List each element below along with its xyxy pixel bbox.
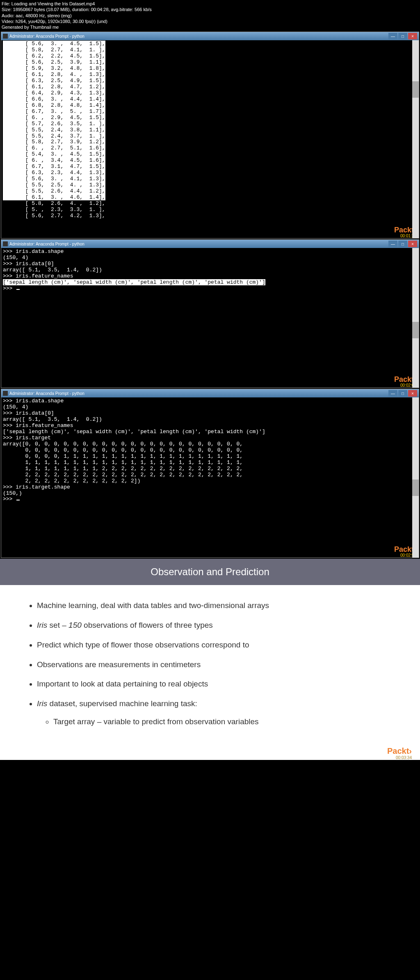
cmd-data0: >>> iris.data[0] — [3, 261, 54, 267]
out-features: ['sepal length (cm)', 'sepal width (cm)'… — [3, 429, 265, 435]
audio-info: Audio: aac, 48000 Hz, stereo (eng) — [2, 13, 418, 18]
window-controls: — □ × — [388, 241, 417, 247]
prompt: >>> — [3, 285, 16, 291]
presentation-slide: Observation and Prediction Machine learn… — [0, 559, 420, 760]
file-name: File: Loading and Viewing the Iris Datas… — [2, 1, 418, 7]
scrollbar[interactable] — [412, 397, 419, 558]
terminal-window-2: Administrator: Anaconda Prompt - python … — [1, 239, 419, 388]
titlebar-text: Administrator: Anaconda Prompt - python — [9, 391, 388, 396]
cursor-icon — [16, 289, 20, 290]
close-button[interactable]: × — [408, 33, 417, 39]
file-metadata: File: Loading and Viewing the Iris Datas… — [0, 0, 420, 31]
minimize-button[interactable]: — — [388, 390, 397, 397]
maximize-button[interactable]: □ — [398, 33, 407, 39]
out-data0: array([ 5.1, 3.5, 1.4, 0.2]) — [3, 416, 102, 422]
window-controls: — □ × — [388, 390, 417, 397]
video-info: Video: h264, yuv420p, 1920x1080, 30.00 f… — [2, 18, 418, 24]
generator: Generated by Thumbnail me — [2, 24, 418, 30]
bullet-4: Observations are measurements in centime… — [37, 656, 395, 674]
out-target-shape: (150,) — [3, 490, 22, 496]
out-data0: array([ 5.1, 3.5, 1.4, 0.2]) — [3, 267, 102, 273]
scroll-thumb[interactable] — [412, 480, 419, 496]
cmd-features: >>> iris.feature_names — [3, 422, 73, 429]
terminal-window-1: Administrator: Anaconda Prompt - python … — [1, 32, 419, 239]
slide-footer: Packt› 00:03:34 — [0, 744, 420, 760]
timestamp: 00:03:34 — [396, 755, 412, 760]
cmd-data0: >>> iris.data[0] — [3, 410, 54, 416]
titlebar-text: Administrator: Anaconda Prompt - python — [9, 242, 388, 246]
app-icon — [3, 241, 8, 246]
terminal-window-3: Administrator: Anaconda Prompt - python … — [1, 389, 419, 558]
out-target: array([0, 0, 0, 0, 0, 0, 0, 0, 0, 0, 0, … — [3, 441, 243, 484]
terminal-output[interactable]: >>> iris.data.shape (150, 4) >>> iris.da… — [1, 248, 419, 388]
minimize-button[interactable]: — — [388, 241, 397, 247]
iris-data-array-tail: [ 5.8, 2.6, 4. , 1.2], [ 5. , 2.3, 3.3, … — [3, 200, 105, 219]
scrollbar[interactable] — [412, 40, 419, 238]
out-shape: (150, 4) — [3, 255, 28, 261]
iris-data-array: [ 5.6, 3. , 4.5, 1.5], [ 5.8, 2.7, 4.1, … — [3, 41, 105, 200]
slide-title: Observation and Prediction — [0, 559, 420, 585]
titlebar-text: Administrator: Anaconda Prompt - python — [9, 34, 388, 39]
cmd-shape: >>> iris.data.shape — [3, 248, 64, 255]
scrollbar[interactable] — [412, 248, 419, 388]
terminal-output[interactable]: [ 5.6, 3. , 4.5, 1.5], [ 5.8, 2.7, 4.1, … — [1, 40, 419, 238]
maximize-button[interactable]: □ — [398, 390, 407, 397]
close-button[interactable]: × — [408, 390, 417, 397]
app-icon — [3, 391, 8, 396]
cmd-features: >>> iris.feature_names — [3, 273, 73, 279]
terminal-output[interactable]: >>> iris.data.shape (150, 4) >>> iris.da… — [1, 397, 419, 558]
file-size: Size: 18950867 bytes (18.07 MiB), durati… — [2, 7, 418, 12]
bullet-3: Predict which type of flower those obser… — [37, 636, 395, 654]
cmd-target-shape: >>> iris.target.shape — [3, 484, 70, 490]
cmd-target: >>> iris.target — [3, 435, 51, 441]
maximize-button[interactable]: □ — [398, 241, 407, 247]
cursor-icon — [16, 500, 20, 500]
close-button[interactable]: × — [408, 241, 417, 247]
packt-logo: Packt› — [387, 746, 412, 756]
prompt: >>> — [3, 496, 16, 502]
sub-bullet-1: Target array – variable to predict from … — [53, 713, 395, 731]
bullet-1: Machine learning, deal with data tables … — [37, 597, 395, 615]
scroll-thumb[interactable] — [412, 81, 419, 98]
bullet-2: Iris set – 150 observations of flowers o… — [37, 616, 395, 634]
scroll-thumb[interactable] — [412, 322, 419, 338]
out-shape: (150, 4) — [3, 404, 28, 410]
slide-body: Machine learning, deal with data tables … — [0, 585, 420, 744]
bullet-6: Iris dataset, supervised machine learnin… — [37, 695, 395, 730]
window-controls: — □ × — [388, 33, 417, 39]
app-icon — [3, 34, 8, 39]
titlebar[interactable]: Administrator: Anaconda Prompt - python … — [1, 32, 419, 40]
minimize-button[interactable]: — — [388, 33, 397, 39]
out-features: ['sepal length (cm)', 'sepal width (cm)'… — [3, 279, 265, 285]
titlebar[interactable]: Administrator: Anaconda Prompt - python … — [1, 240, 419, 248]
titlebar[interactable]: Administrator: Anaconda Prompt - python … — [1, 389, 419, 397]
bullet-5: Important to look at data pertaining to … — [37, 675, 395, 693]
cmd-shape: >>> iris.data.shape — [3, 398, 64, 404]
